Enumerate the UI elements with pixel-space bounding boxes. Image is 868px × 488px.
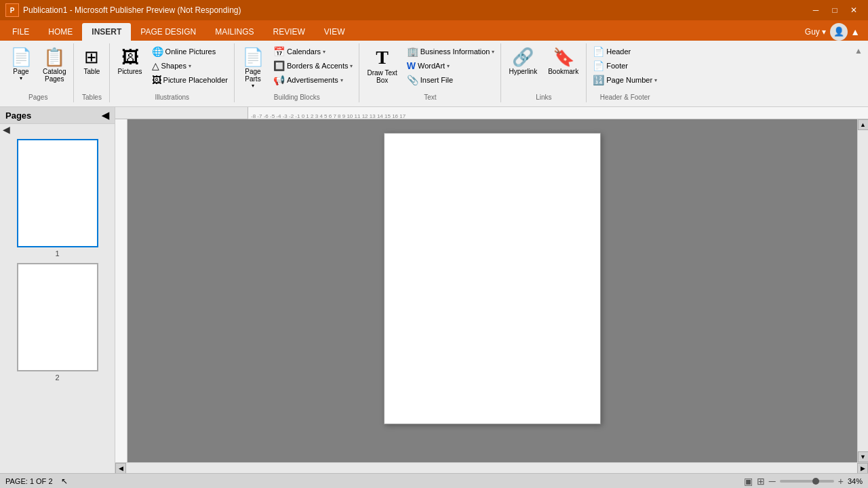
page-arrow: ▾: [20, 75, 22, 81]
minimize-button[interactable]: ─: [807, 3, 825, 17]
user-account[interactable]: Guy ▾: [805, 27, 826, 37]
vertical-ruler: [115, 119, 127, 462]
zoom-value: 34%: [848, 477, 863, 485]
scroll-left-button[interactable]: ◀: [115, 463, 126, 474]
draw-text-box-button[interactable]: T Draw TextBox: [362, 45, 401, 87]
h-scroll-track[interactable]: [126, 463, 857, 473]
insert-file-button[interactable]: 📎 Insert File: [403, 73, 498, 87]
pictures-button[interactable]: 🖼 Pictures: [113, 45, 146, 78]
tab-mailings[interactable]: MAILINGS: [205, 23, 263, 41]
page-parts-arrow: ▾: [252, 83, 254, 89]
zoom-slider[interactable]: [780, 480, 834, 483]
pages-group-label: Pages: [3, 94, 73, 101]
header-footer-group-label: Header & Footer: [587, 94, 663, 101]
links-group-label: Links: [501, 94, 586, 101]
maximize-button[interactable]: □: [826, 3, 844, 17]
content-row: ▲ ▼: [115, 119, 868, 462]
pages-panel-toggle[interactable]: ◀: [102, 110, 109, 121]
ribbon-collapse-icon[interactable]: ▲: [854, 46, 863, 56]
cursor-icon: ↖: [61, 476, 68, 486]
ribbon-group-links: 🔗 Hyperlink 🔖 Bookmark Links: [501, 43, 587, 102]
tab-insert[interactable]: INSERT: [82, 23, 131, 41]
user-avatar: 👤: [830, 23, 848, 41]
page-thumb-2[interactable]: [17, 263, 98, 371]
wordart-button[interactable]: W WordArt ▾: [403, 59, 498, 73]
text-group-label: Text: [359, 94, 500, 101]
page-thumbnail-list: 1 2: [0, 135, 115, 386]
page-number-button[interactable]: 🔢 Page Number ▾: [589, 73, 660, 87]
tables-group-label: Tables: [74, 94, 109, 101]
footer-button[interactable]: 📄 Footer: [589, 59, 660, 73]
page-num-1: 1: [55, 249, 59, 258]
tab-page-design[interactable]: PAGE DESIGN: [131, 23, 205, 41]
v-ruler-svg: [115, 119, 127, 462]
page-thumb-1[interactable]: [17, 139, 98, 247]
illustrations-group-label: Illustrations: [110, 94, 234, 101]
horizontal-scrollbar: ◀ ▶: [115, 462, 868, 473]
advertisements-button[interactable]: 📢 Advertisements ▾: [270, 73, 357, 87]
shapes-button[interactable]: △ Shapes ▾: [149, 59, 231, 73]
calendars-button[interactable]: 📅 Calendars ▾: [270, 45, 357, 58]
collapse-ribbon-icon[interactable]: ▲: [850, 26, 860, 37]
ruler-corner: [115, 107, 248, 119]
picture-placeholder-button[interactable]: 🖼 Picture Placeholder: [149, 73, 231, 87]
online-pictures-button[interactable]: 🌐 Online Pictures: [149, 45, 231, 58]
horizontal-ruler: -8 -7 -6 -5 -4 -3 -2 -1 0 1 2 3 4 5 6 7 …: [248, 107, 868, 119]
page-parts-button[interactable]: 📄 PageParts ▾: [237, 45, 269, 92]
status-right: ▣ ⊞ ─ + 34%: [744, 476, 863, 487]
ruler-row: -8 -7 -6 -5 -4 -3 -2 -1 0 1 2 3 4 5 6 7 …: [115, 107, 868, 119]
canvas-inner: [127, 119, 857, 458]
page-canvas[interactable]: [384, 133, 601, 424]
bookmark-button[interactable]: 🔖 Bookmark: [543, 45, 583, 78]
ribbon-group-tables: ⊞ Table Tables: [74, 43, 110, 102]
zoom-in-button[interactable]: +: [838, 476, 844, 487]
tab-view[interactable]: VIEW: [315, 23, 355, 41]
pages-panel: Pages ◀ ◀ 1 2: [0, 107, 115, 473]
canvas-scroll[interactable]: [127, 119, 857, 462]
ribbon-tab-bar: FILE HOME INSERT PAGE DESIGN MAILINGS RE…: [0, 20, 868, 41]
zoom-thumb[interactable]: [812, 478, 819, 485]
ruler-svg: [248, 107, 868, 119]
status-left: PAGE: 1 OF 2 ↖: [5, 476, 68, 486]
canvas-wrapper: -8 -7 -6 -5 -4 -3 -2 -1 0 1 2 3 4 5 6 7 …: [115, 107, 868, 473]
business-information-button[interactable]: 🏢 Business Information ▾: [403, 45, 498, 58]
tab-file[interactable]: FILE: [3, 23, 39, 41]
page-num-2: 2: [55, 373, 59, 382]
pages-panel-header: Pages ◀: [0, 107, 115, 124]
scroll-right-button[interactable]: ▶: [857, 463, 868, 474]
window-controls: ─ □ ✕: [807, 3, 863, 17]
header-button[interactable]: 📄 Header: [589, 45, 660, 58]
page-thumbnail-2[interactable]: 2: [4, 263, 111, 382]
status-bar: PAGE: 1 OF 2 ↖ ▣ ⊞ ─ + 34%: [0, 473, 868, 488]
tab-home[interactable]: HOME: [39, 23, 82, 41]
page-button[interactable]: 📄 Page ▾: [5, 45, 37, 84]
ribbon-group-header-footer: 📄 Header 📄 Footer 🔢 Page Number ▾ Header…: [587, 43, 663, 102]
page-thumbnail-1[interactable]: 1: [4, 139, 111, 258]
hyperlink-button[interactable]: 🔗 Hyperlink: [504, 45, 542, 78]
ruler-marks: -8 -7 -6 -5 -4 -3 -2 -1 0 1 2 3 4 5 6 7 …: [248, 107, 868, 119]
building-blocks-group-label: Building Blocks: [235, 94, 359, 101]
title-bar: P Publication1 - Microsoft Publisher Pre…: [0, 0, 868, 20]
page-status: PAGE: 1 OF 2: [5, 477, 53, 485]
single-page-view-icon[interactable]: ▣: [744, 476, 753, 487]
scroll-up-button[interactable]: ▲: [858, 119, 869, 130]
ribbon-groups: 📄 Page ▾ 📋 CatalogPages Pages ⊞ Table Ta…: [3, 43, 865, 102]
app-logo: P: [5, 3, 19, 17]
window-title: Publication1 - Microsoft Publisher Previ…: [23, 5, 241, 15]
ribbon-collapse-area: ▲: [852, 43, 865, 102]
zoom-out-button[interactable]: ─: [769, 476, 776, 487]
title-bar-left: P Publication1 - Microsoft Publisher Pre…: [5, 3, 241, 17]
ribbon-group-text: T Draw TextBox 🏢 Business Information ▾ …: [359, 43, 501, 102]
tab-review[interactable]: REVIEW: [264, 23, 315, 41]
ribbon-group-illustrations: 🖼 Pictures 🌐 Online Pictures △ Shapes ▾ …: [110, 43, 235, 102]
ribbon-group-pages: 📄 Page ▾ 📋 CatalogPages Pages: [3, 43, 74, 102]
close-button[interactable]: ✕: [845, 3, 863, 17]
catalog-pages-button[interactable]: 📋 CatalogPages: [38, 45, 71, 85]
two-page-view-icon[interactable]: ⊞: [757, 476, 765, 487]
table-button[interactable]: ⊞ Table: [77, 45, 106, 78]
main-layout: Pages ◀ ◀ 1 2: [0, 107, 868, 473]
vertical-scrollbar: ▲ ▼: [857, 119, 868, 462]
ribbon: 📄 Page ▾ 📋 CatalogPages Pages ⊞ Table Ta…: [0, 41, 868, 107]
borders-accents-button[interactable]: 🔲 Borders & Accents ▾: [270, 59, 357, 73]
scroll-down-button[interactable]: ▼: [858, 451, 869, 462]
